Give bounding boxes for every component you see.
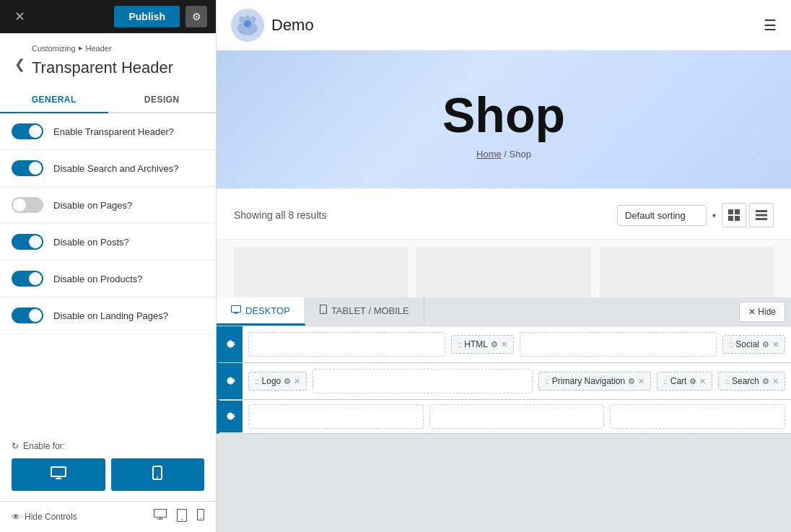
hb-row-2: :: Logo ⚙ ✕ :: Primary Navigation ⚙ ✕ :: [217, 363, 791, 400]
hb-cell-social[interactable]: :: Social ⚙ ✕ [722, 335, 785, 354]
hb-cell-primary-nav-gear[interactable]: ⚙ [628, 377, 635, 386]
control-disable-landing: Disable on Landing Pages? [0, 297, 216, 334]
eye-icon: 👁 [12, 512, 20, 522]
enable-for-text: Enable for: [23, 441, 65, 451]
hb-cell-logo-close[interactable]: ✕ [294, 377, 300, 386]
svg-rect-14 [728, 209, 733, 214]
toggle-disable-pages[interactable] [12, 197, 43, 213]
shop-toolbar: Showing all 8 results Default sorting ▾ [217, 188, 791, 240]
svg-point-25 [323, 312, 323, 313]
sidebar-footer: 👁 Hide Controls [0, 501, 216, 532]
hb-cell-html-gear[interactable]: ⚙ [491, 340, 498, 349]
close-button[interactable]: ✕ [9, 6, 31, 27]
tabs-bar: GENERAL DESIGN [0, 87, 216, 113]
publish-area: Publish ⚙ [114, 6, 207, 27]
hb-cell-cart-gear[interactable]: ⚙ [689, 377, 696, 386]
control-disable-posts: Disable on Posts? [0, 224, 216, 261]
spinner-icon: ↻ [12, 441, 19, 451]
hb-empty-cell-5 [429, 404, 605, 429]
hb-empty-cell-6 [610, 404, 785, 429]
drag-icon-html: :: [458, 341, 462, 349]
grid-view-button[interactable] [722, 203, 746, 227]
shop-title: Shop [231, 87, 777, 143]
hb-cell-html[interactable]: :: HTML ⚙ ✕ [451, 335, 514, 354]
hb-cell-primary-nav[interactable]: :: Primary Navigation ⚙ ✕ [538, 372, 651, 391]
preview-area: Demo ☰ Shop Home / Shop Showing all 8 re… [217, 0, 791, 532]
breadcrumb-customizing: Customizing [32, 44, 76, 53]
hb-row3-gear[interactable] [219, 401, 242, 432]
sort-chevron-icon: ▾ [712, 212, 716, 219]
list-view-button[interactable] [749, 203, 774, 227]
hb-body: :: HTML ⚙ ✕ :: Social ⚙ ✕ [217, 326, 791, 434]
desktop-device-button[interactable] [12, 458, 105, 491]
svg-rect-19 [756, 214, 767, 217]
hb-cell-html-close[interactable]: ✕ [501, 340, 507, 349]
toggle-enable-transparent[interactable] [12, 123, 43, 139]
hamburger-button[interactable]: ☰ [764, 17, 777, 34]
hb-tabs: DESKTOP TABLET / MOBILE ✕ Hide [217, 297, 791, 326]
hide-controls-button[interactable]: 👁 Hide Controls [12, 512, 77, 522]
toggle-disable-landing[interactable] [12, 308, 43, 323]
hb-cell-html-label: HTML [464, 339, 488, 349]
hb-row1-gear[interactable] [219, 326, 242, 362]
toggle-disable-products[interactable] [12, 271, 43, 287]
control-label-disable-landing: Disable on Landing Pages? [53, 310, 168, 321]
hide-button[interactable]: ✕ Hide [739, 302, 785, 322]
hb-cell-logo-gear[interactable]: ⚙ [284, 377, 291, 386]
footer-mobile-icon[interactable] [197, 509, 204, 525]
hb-row3-content [242, 400, 791, 433]
breadcrumb-sep: / [504, 149, 509, 160]
tablet-tab-icon [320, 305, 327, 316]
svg-point-13 [244, 20, 251, 27]
product-grid-preview [217, 240, 791, 297]
tab-general[interactable]: GENERAL [0, 87, 108, 113]
hb-cell-search-close[interactable]: ✕ [772, 377, 779, 386]
hb-row2-gear[interactable] [219, 363, 242, 399]
svg-rect-5 [154, 510, 167, 518]
hb-tab-desktop[interactable]: DESKTOP [217, 297, 305, 326]
control-disable-pages: Disable on Pages? [0, 187, 216, 224]
hb-row1-content: :: HTML ⚙ ✕ :: Social ⚙ ✕ [242, 328, 791, 361]
svg-rect-20 [756, 218, 767, 220]
svg-rect-21 [232, 305, 241, 312]
footer-tablet-icon[interactable] [177, 509, 187, 525]
hb-cell-social-gear[interactable]: ⚙ [762, 340, 769, 349]
view-buttons [722, 203, 774, 227]
drag-icon-cart: :: [663, 378, 668, 385]
drag-icon-search: :: [725, 378, 729, 385]
breadcrumb-header: Header [86, 44, 112, 53]
hb-cell-logo[interactable]: :: Logo ⚙ ✕ [248, 372, 307, 391]
toggle-disable-search[interactable] [12, 160, 43, 176]
results-text: Showing all 8 results [234, 209, 326, 221]
control-label-disable-pages: Disable on Pages? [53, 200, 132, 211]
control-disable-products: Disable on Products? [0, 261, 216, 297]
control-label-enable-transparent: Enable Transparent Header? [53, 126, 174, 137]
demo-header: Demo ☰ [217, 0, 791, 51]
back-button[interactable]: ❮ [12, 53, 28, 75]
settings-gear-button[interactable]: ⚙ [185, 6, 207, 27]
device-buttons [12, 458, 204, 491]
sort-select[interactable]: Default sorting [617, 205, 707, 226]
tab-design[interactable]: DESIGN [108, 87, 217, 112]
breadcrumb-home-link[interactable]: Home [476, 149, 502, 160]
hb-cell-search-gear[interactable]: ⚙ [762, 377, 769, 386]
hb-tab-tablet[interactable]: TABLET / MOBILE [305, 297, 424, 326]
control-disable-search: Disable Search and Archives? [0, 150, 216, 187]
hb-tab-tablet-label: TABLET / MOBILE [331, 305, 409, 316]
publish-button[interactable]: Publish [114, 6, 180, 27]
footer-desktop-icon[interactable] [154, 509, 167, 525]
mobile-device-button[interactable] [111, 458, 205, 491]
hb-cell-primary-nav-label: Primary Navigation [552, 376, 625, 386]
hb-cell-cart[interactable]: :: Cart ⚙ ✕ [657, 372, 712, 391]
hb-cell-primary-nav-close[interactable]: ✕ [638, 377, 644, 386]
hb-tab-group: DESKTOP TABLET / MOBILE [217, 297, 424, 326]
hb-cell-search[interactable]: :: Search ⚙ ✕ [718, 372, 785, 391]
svg-point-4 [157, 476, 158, 478]
control-label-disable-posts: Disable on Posts? [53, 237, 129, 248]
footer-device-icons [154, 509, 204, 525]
hb-cell-cart-close[interactable]: ✕ [699, 377, 706, 386]
toggle-disable-posts[interactable] [12, 234, 43, 250]
hb-cell-social-close[interactable]: ✕ [772, 340, 779, 349]
hb-row-1: :: HTML ⚙ ✕ :: Social ⚙ ✕ [217, 326, 791, 363]
demo-logo-icon [231, 9, 264, 42]
